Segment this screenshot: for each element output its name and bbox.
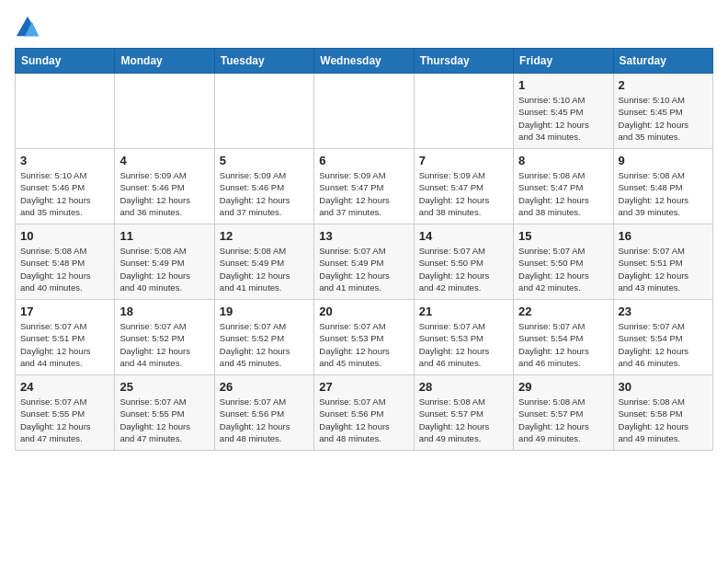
day-number: 28: [419, 380, 508, 394]
day-cell: 21Sunrise: 5:07 AM Sunset: 5:53 PM Dayli…: [414, 300, 513, 375]
day-cell: 3Sunrise: 5:10 AM Sunset: 5:46 PM Daylig…: [16, 149, 115, 224]
day-info: Sunrise: 5:07 AM Sunset: 5:51 PM Dayligh…: [20, 320, 109, 369]
day-number: 10: [20, 229, 109, 243]
day-number: 23: [619, 304, 708, 318]
day-info: Sunrise: 5:08 AM Sunset: 5:49 PM Dayligh…: [220, 245, 309, 293]
logo-icon: [15, 15, 40, 40]
day-cell: 9Sunrise: 5:08 AM Sunset: 5:48 PM Daylig…: [613, 149, 712, 224]
day-number: 15: [518, 229, 608, 243]
day-number: 3: [20, 154, 109, 167]
calendar-table: SundayMondayTuesdayWednesdayThursdayFrid…: [15, 48, 713, 451]
day-header-thursday: Thursday: [414, 49, 513, 74]
day-number: 1: [518, 78, 608, 92]
day-header-tuesday: Tuesday: [214, 49, 313, 74]
day-number: 5: [220, 154, 309, 167]
day-cell: 11Sunrise: 5:08 AM Sunset: 5:49 PM Dayli…: [115, 224, 214, 300]
week-row-4: 17Sunrise: 5:07 AM Sunset: 5:51 PM Dayli…: [16, 300, 713, 375]
day-info: Sunrise: 5:08 AM Sunset: 5:49 PM Dayligh…: [119, 245, 209, 293]
day-cell: 16Sunrise: 5:07 AM Sunset: 5:51 PM Dayli…: [613, 224, 712, 300]
day-number: 13: [319, 229, 408, 243]
day-info: Sunrise: 5:10 AM Sunset: 5:45 PM Dayligh…: [619, 94, 708, 143]
day-info: Sunrise: 5:07 AM Sunset: 5:51 PM Dayligh…: [619, 245, 708, 293]
day-cell: 13Sunrise: 5:07 AM Sunset: 5:49 PM Dayli…: [314, 224, 414, 300]
day-info: Sunrise: 5:09 AM Sunset: 5:47 PM Dayligh…: [319, 169, 408, 218]
day-number: 22: [518, 304, 608, 318]
day-number: 6: [319, 154, 408, 167]
day-cell: 30Sunrise: 5:08 AM Sunset: 5:58 PM Dayli…: [613, 375, 712, 451]
day-info: Sunrise: 5:07 AM Sunset: 5:56 PM Dayligh…: [319, 396, 408, 444]
day-info: Sunrise: 5:07 AM Sunset: 5:55 PM Dayligh…: [119, 396, 209, 444]
day-header-friday: Friday: [514, 49, 613, 74]
day-cell: 14Sunrise: 5:07 AM Sunset: 5:50 PM Dayli…: [414, 224, 513, 300]
day-info: Sunrise: 5:08 AM Sunset: 5:57 PM Dayligh…: [518, 396, 608, 444]
day-info: Sunrise: 5:08 AM Sunset: 5:58 PM Dayligh…: [619, 396, 708, 444]
day-number: 29: [518, 380, 608, 394]
day-info: Sunrise: 5:07 AM Sunset: 5:50 PM Dayligh…: [518, 245, 608, 293]
day-info: Sunrise: 5:10 AM Sunset: 5:45 PM Dayligh…: [518, 94, 608, 143]
day-cell: 20Sunrise: 5:07 AM Sunset: 5:53 PM Dayli…: [314, 300, 414, 375]
week-row-5: 24Sunrise: 5:07 AM Sunset: 5:55 PM Dayli…: [16, 375, 713, 451]
day-number: 30: [619, 380, 708, 394]
day-cell: 6Sunrise: 5:09 AM Sunset: 5:47 PM Daylig…: [314, 149, 414, 224]
day-cell: 7Sunrise: 5:09 AM Sunset: 5:47 PM Daylig…: [414, 149, 513, 224]
day-number: 25: [119, 380, 209, 394]
day-info: Sunrise: 5:10 AM Sunset: 5:46 PM Dayligh…: [20, 169, 109, 218]
day-cell: 23Sunrise: 5:07 AM Sunset: 5:54 PM Dayli…: [613, 300, 712, 375]
day-number: 8: [518, 154, 608, 167]
day-cell: 2Sunrise: 5:10 AM Sunset: 5:45 PM Daylig…: [613, 74, 712, 149]
day-info: Sunrise: 5:07 AM Sunset: 5:52 PM Dayligh…: [220, 320, 309, 369]
day-info: Sunrise: 5:09 AM Sunset: 5:46 PM Dayligh…: [220, 169, 309, 218]
day-cell: 5Sunrise: 5:09 AM Sunset: 5:46 PM Daylig…: [214, 149, 313, 224]
day-info: Sunrise: 5:09 AM Sunset: 5:47 PM Dayligh…: [419, 169, 508, 218]
day-cell: 22Sunrise: 5:07 AM Sunset: 5:54 PM Dayli…: [514, 300, 613, 375]
day-cell: [115, 74, 214, 149]
day-cell: 17Sunrise: 5:07 AM Sunset: 5:51 PM Dayli…: [16, 300, 115, 375]
day-header-wednesday: Wednesday: [314, 49, 414, 74]
day-number: 19: [220, 304, 309, 318]
day-cell: 26Sunrise: 5:07 AM Sunset: 5:56 PM Dayli…: [214, 375, 313, 451]
day-info: Sunrise: 5:07 AM Sunset: 5:54 PM Dayligh…: [518, 320, 608, 369]
day-info: Sunrise: 5:09 AM Sunset: 5:46 PM Dayligh…: [119, 169, 209, 218]
day-info: Sunrise: 5:07 AM Sunset: 5:53 PM Dayligh…: [319, 320, 408, 369]
day-number: 2: [619, 78, 708, 92]
day-cell: 27Sunrise: 5:07 AM Sunset: 5:56 PM Dayli…: [314, 375, 414, 451]
day-cell: 15Sunrise: 5:07 AM Sunset: 5:50 PM Dayli…: [514, 224, 613, 300]
day-cell: [414, 74, 513, 149]
day-info: Sunrise: 5:08 AM Sunset: 5:57 PM Dayligh…: [419, 396, 508, 444]
day-cell: 12Sunrise: 5:08 AM Sunset: 5:49 PM Dayli…: [214, 224, 313, 300]
day-cell: 18Sunrise: 5:07 AM Sunset: 5:52 PM Dayli…: [115, 300, 214, 375]
day-cell: 19Sunrise: 5:07 AM Sunset: 5:52 PM Dayli…: [214, 300, 313, 375]
day-info: Sunrise: 5:07 AM Sunset: 5:49 PM Dayligh…: [319, 245, 408, 293]
day-cell: [16, 74, 115, 149]
day-number: 14: [419, 229, 508, 243]
day-header-saturday: Saturday: [613, 49, 712, 74]
day-cell: 29Sunrise: 5:08 AM Sunset: 5:57 PM Dayli…: [514, 375, 613, 451]
day-number: 20: [319, 304, 408, 318]
day-cell: 24Sunrise: 5:07 AM Sunset: 5:55 PM Dayli…: [16, 375, 115, 451]
week-row-3: 10Sunrise: 5:08 AM Sunset: 5:48 PM Dayli…: [16, 224, 713, 300]
day-number: 24: [20, 380, 109, 394]
day-info: Sunrise: 5:08 AM Sunset: 5:48 PM Dayligh…: [20, 245, 109, 293]
day-info: Sunrise: 5:07 AM Sunset: 5:53 PM Dayligh…: [419, 320, 508, 369]
day-info: Sunrise: 5:08 AM Sunset: 5:47 PM Dayligh…: [518, 169, 608, 218]
week-row-1: 1Sunrise: 5:10 AM Sunset: 5:45 PM Daylig…: [16, 74, 713, 149]
day-number: 17: [20, 304, 109, 318]
day-info: Sunrise: 5:07 AM Sunset: 5:55 PM Dayligh…: [20, 396, 109, 444]
day-cell: 25Sunrise: 5:07 AM Sunset: 5:55 PM Dayli…: [115, 375, 214, 451]
day-info: Sunrise: 5:07 AM Sunset: 5:54 PM Dayligh…: [619, 320, 708, 369]
day-number: 7: [419, 154, 508, 167]
day-number: 27: [319, 380, 408, 394]
day-cell: [314, 74, 414, 149]
day-number: 21: [419, 304, 508, 318]
day-cell: 10Sunrise: 5:08 AM Sunset: 5:48 PM Dayli…: [16, 224, 115, 300]
day-number: 26: [220, 380, 309, 394]
day-header-monday: Monday: [115, 49, 214, 74]
day-info: Sunrise: 5:07 AM Sunset: 5:50 PM Dayligh…: [419, 245, 508, 293]
day-cell: 4Sunrise: 5:09 AM Sunset: 5:46 PM Daylig…: [115, 149, 214, 224]
day-number: 4: [119, 154, 209, 167]
logo: [15, 15, 44, 40]
day-number: 18: [119, 304, 209, 318]
week-row-2: 3Sunrise: 5:10 AM Sunset: 5:46 PM Daylig…: [16, 149, 713, 224]
day-info: Sunrise: 5:07 AM Sunset: 5:56 PM Dayligh…: [220, 396, 309, 444]
day-info: Sunrise: 5:07 AM Sunset: 5:52 PM Dayligh…: [119, 320, 209, 369]
